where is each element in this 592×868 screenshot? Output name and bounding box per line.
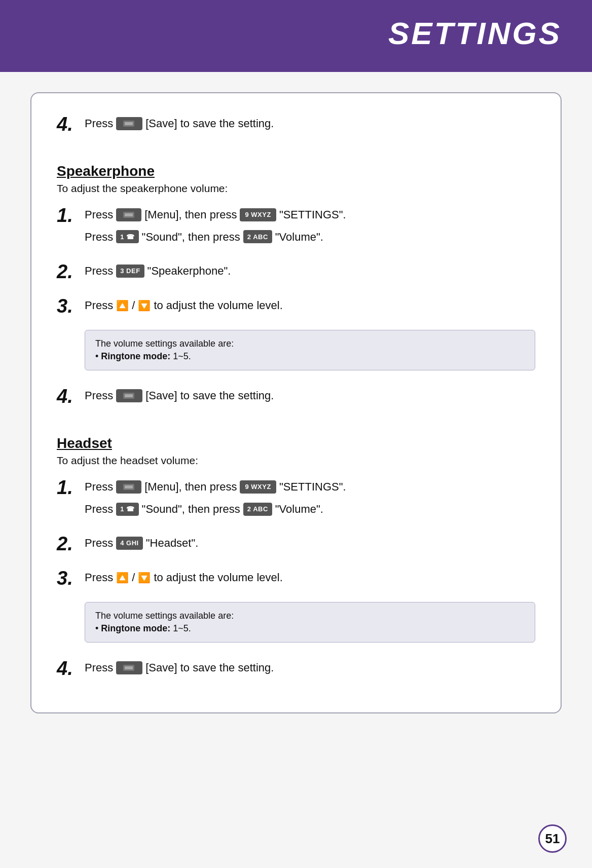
sp-step2-press: Press — [85, 261, 113, 281]
sp-step1-menu-btn — [116, 208, 141, 221]
sp-step4-number: 4. — [57, 386, 85, 406]
sp-step3: 3. Press 🔼 / 🔽 to adjust the volume leve… — [57, 295, 535, 316]
hs-step4: 4. Press [Save] to save the setting. — [57, 658, 535, 678]
svg-rect-9 — [125, 666, 133, 669]
hs-step1-menu-btn — [116, 480, 141, 494]
sp-step1-content: Press [Menu], then press 9 WXYZ "SETTING… — [85, 205, 535, 247]
hs-step1-menu-label: [Menu], then press — [144, 477, 237, 497]
hs-step1: 1. Press [Menu], then press 9 WXYZ "SETT… — [57, 477, 535, 519]
hs-step2-press: Press — [85, 533, 113, 553]
main-content: 4. Press [Save] to save the setting. Spe… — [0, 72, 592, 754]
sp-step3-slash: / — [132, 295, 135, 316]
hs-step4-number: 4. — [57, 658, 85, 678]
sp-step4-text: [Save] to save the setting. — [145, 386, 274, 406]
hs-up-arrow-icon: 🔼 — [116, 569, 129, 587]
sp-step3-number: 3. — [57, 295, 85, 316]
sp-step1-1-btn: 1 ☎ — [116, 230, 138, 243]
hs-step4-save-btn — [116, 661, 142, 674]
svg-rect-3 — [125, 213, 133, 216]
sp-step4: 4. Press [Save] to save the setting. — [57, 386, 535, 406]
headset-title: Headset — [57, 435, 535, 451]
hs-step1-2-btn: 2 ABC — [243, 503, 272, 516]
hs-down-arrow-icon: 🔽 — [138, 569, 151, 587]
sp-step2: 2. Press 3 DEF "Speakerphone". — [57, 261, 535, 281]
headset-subtitle: To adjust the headset volume: — [57, 455, 535, 467]
page-title: SETTINGS — [388, 15, 562, 51]
hs-step4-content: Press [Save] to save the setting. — [85, 658, 535, 678]
sp-step2-number: 2. — [57, 261, 85, 281]
sp-step1-press2: Press — [85, 227, 113, 247]
page-number: 51 — [538, 824, 567, 853]
hs-step1-1-btn: 1 ☎ — [116, 503, 138, 516]
hs-step4-press: Press — [85, 658, 113, 678]
hs-step4-text: [Save] to save the setting. — [145, 658, 274, 678]
sp-step4-content: Press [Save] to save the setting. — [85, 386, 535, 406]
sp-step1-sound: "Sound", then press — [142, 227, 240, 247]
sp-info-bullet: • Ringtone mode: 1~5. — [95, 351, 525, 362]
hs-step3-number: 3. — [57, 568, 85, 588]
hs-step1-9-btn: 9 WXYZ — [240, 480, 276, 494]
sp-step1-number: 1. — [57, 205, 85, 225]
sp-step3-press: Press — [85, 295, 113, 316]
hs-step2-4-btn: 4 GHI — [116, 537, 142, 550]
intro-step4-content: Press [Save] to save the setting. — [85, 114, 535, 134]
hs-info-bullet: • Ringtone mode: 1~5. — [95, 623, 525, 634]
sp-step4-save-btn — [116, 389, 142, 402]
sp-step3-text: to adjust the volume level. — [154, 295, 282, 316]
sp-step1-press1: Press — [85, 205, 113, 225]
content-box: 4. Press [Save] to save the setting. Spe… — [30, 92, 562, 713]
sp-info-box: The volume settings available are: • Rin… — [85, 330, 535, 370]
hs-step3: 3. Press 🔼 / 🔽 to adjust the volume leve… — [57, 568, 535, 588]
sp-info-line1: The volume settings available are: — [95, 338, 525, 349]
hs-step1-number: 1. — [57, 477, 85, 497]
svg-rect-5 — [125, 394, 133, 397]
hs-step1-press1: Press — [85, 477, 113, 497]
hs-info-box: The volume settings available are: • Rin… — [85, 602, 535, 643]
sp-step2-text: "Speakerphone". — [147, 261, 231, 281]
page-header: SETTINGS — [0, 0, 592, 66]
sp-step1-menu-label: [Menu], then press — [144, 205, 237, 225]
hs-step1-press2: Press — [85, 499, 113, 519]
sp-step3-content: Press 🔼 / 🔽 to adjust the volume level. — [85, 295, 535, 316]
svg-rect-7 — [125, 485, 133, 488]
down-arrow-icon: 🔽 — [138, 296, 151, 315]
hs-step2-number: 2. — [57, 533, 85, 553]
hs-step3-press: Press — [85, 568, 113, 588]
hs-step1-content: Press [Menu], then press 9 WXYZ "SETTING… — [85, 477, 535, 519]
intro-step4-save-btn — [116, 117, 142, 130]
sp-step4-press: Press — [85, 386, 113, 406]
hs-info-line1: The volume settings available are: — [95, 611, 525, 621]
speakerphone-subtitle: To adjust the speakerphone volume: — [57, 182, 535, 195]
sp-step1: 1. Press [Menu], then press 9 WXYZ "SETT… — [57, 205, 535, 247]
intro-step4-press: Press — [85, 114, 113, 134]
up-arrow-icon: 🔼 — [116, 296, 129, 315]
hs-step3-slash: / — [132, 568, 135, 588]
sp-step1-volume: "Volume". — [275, 227, 323, 247]
speakerphone-title: Speakerphone — [57, 163, 535, 179]
hs-step3-content: Press 🔼 / 🔽 to adjust the volume level. — [85, 568, 535, 588]
sp-step2-content: Press 3 DEF "Speakerphone". — [85, 261, 535, 281]
hs-step1-sound: "Sound", then press — [142, 499, 240, 519]
svg-rect-1 — [125, 122, 133, 125]
hs-step3-text: to adjust the volume level. — [154, 568, 282, 588]
intro-step4-text: [Save] to save the setting. — [145, 114, 274, 134]
hs-step2-text: "Headset". — [146, 533, 199, 553]
sp-step1-2-btn: 2 ABC — [243, 230, 272, 243]
header-bar — [0, 66, 592, 72]
hs-step1-volume: "Volume". — [275, 499, 323, 519]
sp-step1-9-btn: 9 WXYZ — [240, 208, 276, 221]
sp-step2-3-btn: 3 DEF — [116, 265, 144, 278]
intro-step4-number: 4. — [57, 114, 85, 134]
hs-step2-content: Press 4 GHI "Headset". — [85, 533, 535, 553]
intro-step4: 4. Press [Save] to save the setting. — [57, 114, 535, 134]
hs-step1-settings-text: "SETTINGS". — [279, 477, 346, 497]
hs-step2: 2. Press 4 GHI "Headset". — [57, 533, 535, 553]
sp-step1-settings-text: "SETTINGS". — [279, 205, 346, 225]
